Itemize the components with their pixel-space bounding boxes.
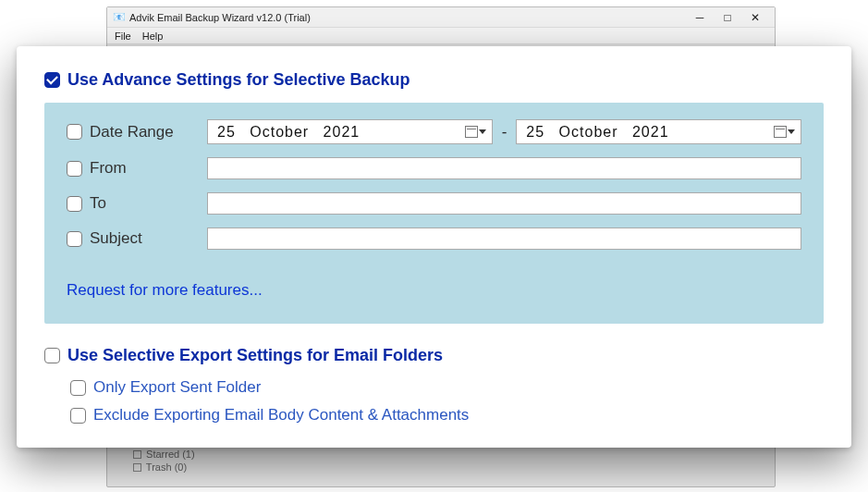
menu-help[interactable]: Help (142, 31, 164, 42)
tree-item-trash: Trash (0) (146, 461, 187, 473)
chevron-down-icon (479, 129, 486, 134)
close-button[interactable]: ✕ (749, 11, 762, 24)
from-row: From (67, 157, 801, 179)
subject-row: Subject (67, 228, 801, 250)
menu-file[interactable]: File (115, 31, 131, 42)
advance-settings-box: Date Range 25 October 2021 - 25 October … (44, 103, 824, 324)
settings-panel: Use Advance Settings for Selective Backu… (17, 46, 851, 448)
date-range-checkbox[interactable] (67, 124, 82, 140)
titlebar: 📧 Advik Email Backup Wizard v12.0 (Trial… (107, 7, 775, 28)
to-checkbox[interactable] (67, 196, 82, 212)
chevron-down-icon (788, 129, 795, 134)
date-end-dropdown-button[interactable] (774, 126, 795, 138)
request-features-link[interactable]: Request for more features... (67, 281, 801, 300)
from-label: From (90, 159, 127, 178)
export-settings-heading-row: Use Selective Export Settings for Email … (44, 346, 824, 365)
exclude-body-label: Exclude Exporting Email Body Content & A… (93, 406, 469, 424)
from-checkbox[interactable] (67, 161, 82, 177)
from-input[interactable] (207, 157, 801, 179)
date-end-picker[interactable]: 25 October 2021 (516, 119, 801, 144)
to-input[interactable] (207, 192, 801, 215)
subject-input[interactable] (207, 228, 801, 250)
date-end-value: 25 October 2021 (526, 124, 668, 141)
date-range-row: Date Range 25 October 2021 - 25 October … (67, 119, 801, 144)
app-icon: 📧 (113, 11, 126, 24)
only-sent-label: Only Export Sent Folder (93, 378, 261, 397)
advance-settings-heading: Use Advance Settings for Selective Backu… (67, 70, 410, 90)
tree-checkbox-icon (133, 450, 141, 459)
to-row: To (67, 192, 801, 215)
maximize-button[interactable]: □ (721, 11, 734, 24)
export-settings-heading: Use Selective Export Settings for Email … (67, 346, 443, 365)
subject-label: Subject (90, 229, 142, 248)
exclude-body-row: Exclude Exporting Email Body Content & A… (70, 406, 824, 424)
exclude-body-checkbox[interactable] (70, 408, 86, 424)
only-sent-checkbox[interactable] (70, 380, 86, 396)
export-settings-checkbox[interactable] (44, 348, 60, 363)
calendar-icon (774, 126, 787, 138)
only-sent-row: Only Export Sent Folder (70, 378, 824, 397)
calendar-icon (465, 126, 478, 138)
window-title: Advik Email Backup Wizard v12.0 (Trial) (129, 12, 311, 23)
tree-fragment: Starred (1) Trash (0) (133, 448, 195, 474)
date-start-picker[interactable]: 25 October 2021 (207, 119, 493, 144)
date-range-label: Date Range (90, 123, 174, 141)
date-start-value: 25 October 2021 (217, 124, 360, 141)
advance-settings-heading-row: Use Advance Settings for Selective Backu… (44, 70, 824, 90)
tree-checkbox-icon (133, 463, 141, 472)
export-sub-options: Only Export Sent Folder Exclude Exportin… (70, 378, 824, 424)
date-start-dropdown-button[interactable] (465, 126, 486, 138)
minimize-button[interactable]: ─ (693, 11, 706, 24)
subject-checkbox[interactable] (67, 231, 82, 247)
to-label: To (90, 194, 106, 213)
menubar: File Help (107, 28, 775, 44)
advance-settings-checkbox[interactable] (44, 72, 60, 88)
date-range-dash: - (502, 123, 507, 141)
tree-item-starred: Starred (1) (146, 449, 195, 460)
